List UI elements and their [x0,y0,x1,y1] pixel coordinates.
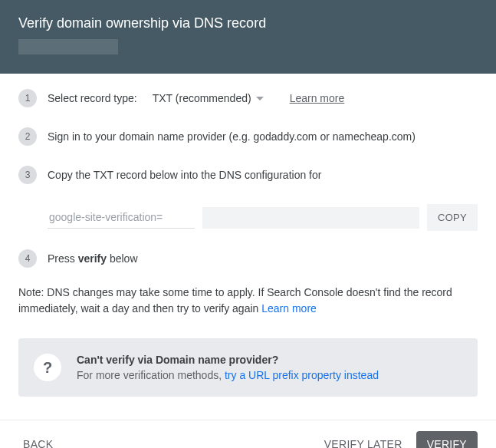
txt-record-input[interactable] [48,206,195,229]
info-box: ? Can't verify via Domain name provider?… [18,338,478,397]
dialog-header: Verify domain ownership via DNS record [0,0,496,74]
chevron-down-icon [256,97,264,100]
step-badge-4: 4 [18,249,37,268]
step-2: 2 Sign in to your domain name provider (… [18,127,478,146]
copy-button[interactable]: COPY [427,204,478,231]
dialog-footer: BACK VERIFY LATER VERIFY [0,420,496,448]
step-3-text: Copy the TXT record below into the DNS c… [48,169,321,181]
record-type-select[interactable]: TXT (recommended) [153,92,264,104]
step-badge-1: 1 [18,89,37,107]
back-button[interactable]: BACK [18,432,57,448]
domain-placeholder [18,39,118,54]
record-type-value: TXT (recommended) [153,92,251,104]
learn-more-record-type[interactable]: Learn more [290,92,345,104]
verify-later-button[interactable]: VERIFY LATER [320,432,407,448]
txt-record-value-box [202,207,419,229]
step-1: 1 Select record type: TXT (recommended) … [18,89,478,107]
step-3: 3 Copy the TXT record below into the DNS… [18,166,478,184]
dialog-content: 1 Select record type: TXT (recommended) … [0,74,496,397]
note-text: Note: DNS changes may take some time to … [18,285,478,317]
dialog-title: Verify domain ownership via DNS record [18,15,478,31]
info-title: Can't verify via Domain name provider? [77,354,379,366]
step-2-text: Sign in to your domain name provider (e.… [48,130,416,143]
info-text: For more verification methods, try a URL… [77,369,379,381]
url-prefix-link[interactable]: try a URL prefix property instead [225,369,379,381]
verify-button[interactable]: VERIFY [416,431,478,448]
step-badge-2: 2 [18,127,37,146]
txt-record-row: COPY [48,204,478,231]
step-4: 4 Press verify below [18,249,478,268]
help-icon: ? [34,354,61,381]
learn-more-note[interactable]: Learn more [261,302,317,315]
step-badge-3: 3 [18,166,37,184]
step-4-text: Press verify below [48,252,138,265]
select-record-type-label: Select record type: [48,92,137,104]
